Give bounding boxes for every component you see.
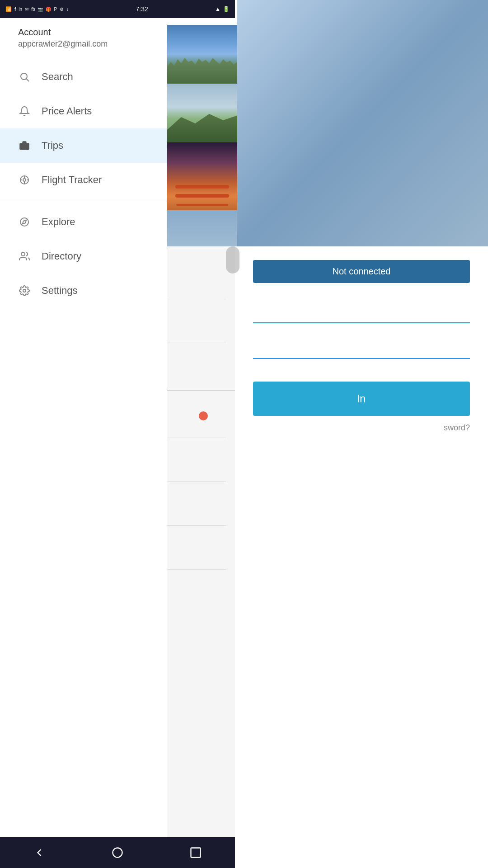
nav-divider-1 bbox=[0, 201, 167, 201]
city-image-2 bbox=[167, 84, 237, 142]
username-input[interactable] bbox=[253, 301, 470, 323]
status-icons: 📶 f in ✉ fb 📷 🎁 P ⚙ ↓ bbox=[5, 6, 69, 12]
city-image-1 bbox=[167, 25, 237, 84]
nav-item-settings[interactable]: Settings bbox=[0, 274, 167, 308]
svg-point-5 bbox=[20, 218, 28, 226]
nav-item-price-alerts[interactable]: Price Alerts bbox=[0, 94, 167, 128]
svg-point-4 bbox=[23, 179, 26, 181]
nav-label-settings: Settings bbox=[42, 285, 78, 297]
svg-rect-2 bbox=[20, 143, 29, 150]
back-button[interactable] bbox=[26, 843, 53, 863]
nav-label-trips: Trips bbox=[42, 140, 63, 151]
bell-icon bbox=[16, 103, 33, 119]
svg-point-8 bbox=[23, 289, 26, 292]
nav-drawer: Account appcrawler2@gmail.com Search Pri bbox=[0, 0, 167, 868]
nav-label-explore: Explore bbox=[42, 216, 75, 228]
login-button[interactable]: ln bbox=[253, 382, 470, 416]
app-panel bbox=[167, 0, 237, 246]
gear-icon bbox=[16, 283, 33, 299]
directory-icon bbox=[16, 248, 33, 264]
svg-line-1 bbox=[27, 79, 29, 82]
password-group bbox=[253, 337, 470, 359]
bottom-nav bbox=[0, 837, 235, 868]
scroll-indicator bbox=[226, 246, 239, 274]
explore-icon bbox=[16, 214, 33, 230]
connect-banks-dot bbox=[199, 411, 208, 420]
home-button[interactable] bbox=[104, 843, 131, 863]
nav-label-search: Search bbox=[42, 71, 73, 83]
login-panel: Not connected ln sword? bbox=[235, 246, 488, 868]
nav-item-trips[interactable]: Trips bbox=[0, 128, 167, 163]
nav-label-price-alerts: Price Alerts bbox=[42, 105, 92, 117]
svg-point-0 bbox=[21, 73, 27, 80]
svg-rect-15 bbox=[191, 848, 201, 858]
right-top-image bbox=[235, 0, 488, 246]
briefcase-icon bbox=[16, 137, 33, 154]
nav-label-flight-tracker: Flight Tracker bbox=[42, 174, 102, 186]
image-grid bbox=[167, 25, 237, 246]
svg-point-14 bbox=[113, 848, 122, 858]
status-time: 7:32 bbox=[136, 5, 148, 13]
not-connected-bar: Not connected bbox=[253, 260, 470, 283]
account-label: Account bbox=[18, 27, 158, 38]
username-group bbox=[253, 301, 470, 323]
nav-item-flight-tracker[interactable]: Flight Tracker bbox=[0, 163, 167, 197]
search-icon bbox=[16, 69, 33, 85]
forgot-password-link[interactable]: sword? bbox=[253, 423, 470, 433]
city-image-3 bbox=[167, 142, 237, 210]
svg-marker-6 bbox=[23, 220, 26, 224]
nav-item-directory[interactable]: Directory bbox=[0, 239, 167, 274]
account-email: appcrawler2@gmail.com bbox=[18, 39, 158, 49]
city-image-4 bbox=[167, 210, 237, 246]
nav-label-directory: Directory bbox=[42, 250, 81, 262]
recent-apps-button[interactable] bbox=[182, 843, 209, 863]
nav-item-explore[interactable]: Explore bbox=[0, 205, 167, 239]
nav-item-search[interactable]: Search bbox=[0, 60, 167, 94]
password-input[interactable] bbox=[253, 337, 470, 359]
svg-point-7 bbox=[21, 252, 25, 256]
flight-tracker-icon bbox=[16, 172, 33, 188]
nav-items-list: Search Price Alerts Trips bbox=[0, 60, 167, 868]
status-bar: 📶 f in ✉ fb 📷 🎁 P ⚙ ↓ 7:32 ▲ 🔋 bbox=[0, 0, 235, 18]
status-right-icons: ▲ 🔋 bbox=[215, 6, 230, 12]
